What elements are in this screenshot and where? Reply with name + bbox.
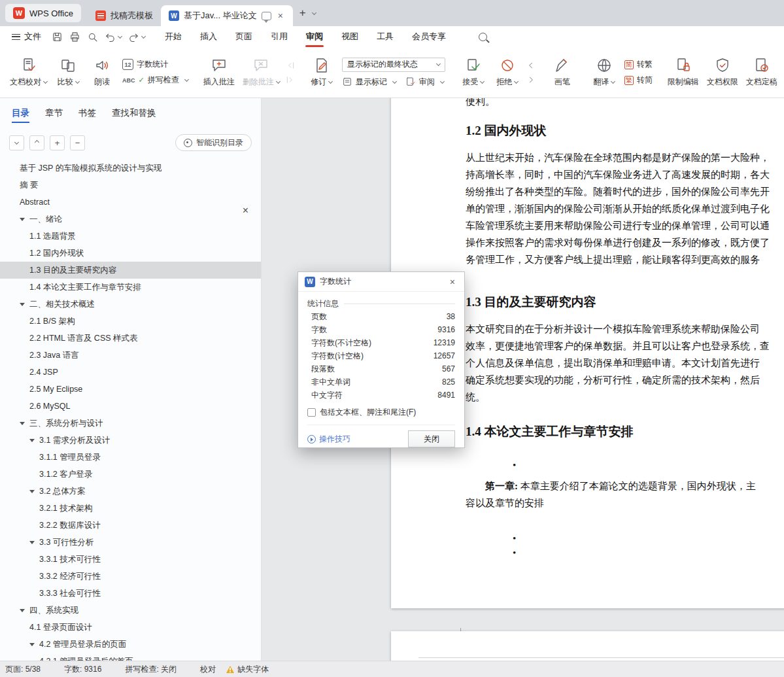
ribbon-tab[interactable]: 审阅 <box>297 26 332 47</box>
next-change-icon[interactable] <box>526 75 536 84</box>
word-count-indicator[interactable]: 字数: 9316 <box>64 664 101 675</box>
redo-button[interactable] <box>128 31 145 43</box>
toc-item[interactable]: 4.2 管理员登录后的页面 <box>0 636 261 653</box>
print-button[interactable] <box>69 31 80 43</box>
ribbon-tab[interactable]: 开始 <box>156 26 191 47</box>
toc-item[interactable]: 3.1.2 客户登录 <box>0 466 261 483</box>
toc-item[interactable]: 4.2.1 管理员登录后的首页 <box>0 653 261 661</box>
compare-button[interactable]: 比较 <box>52 52 84 94</box>
smart-toc-button[interactable]: 智能识别目录 <box>175 134 252 151</box>
sidebar-tab[interactable]: 目录 <box>12 105 29 122</box>
spell-check-button[interactable]: ABC ✓ 拼写检查 <box>122 75 188 86</box>
toc-item[interactable]: 3.3.3 社会可行性 <box>0 585 261 602</box>
toc-item[interactable]: 2.3 Java 语言 <box>0 347 261 364</box>
page-indicator[interactable]: 页面: 5/38 <box>5 664 41 675</box>
proofread-indicator[interactable]: 校对 <box>200 664 216 675</box>
toc-item[interactable]: 3.3.1 技术可行性 <box>0 551 261 568</box>
expand-arrow-icon[interactable] <box>29 643 35 646</box>
toc-item[interactable]: 3.1.1 管理员登录 <box>0 449 261 466</box>
toc-item[interactable]: 2.6 MySQL <box>0 398 261 415</box>
expand-arrow-icon[interactable] <box>20 303 25 306</box>
insert-comment-button[interactable]: 插入批注 <box>200 52 238 94</box>
undo-button[interactable] <box>105 31 122 43</box>
expand-arrow-icon[interactable] <box>29 490 35 493</box>
wps-home-button[interactable]: W WPS Office <box>5 4 81 22</box>
expand-arrow-icon[interactable] <box>29 541 35 544</box>
chevron-down-icon[interactable] <box>312 10 316 14</box>
expand-arrow-icon[interactable] <box>20 218 25 221</box>
tips-link[interactable]: 操作技巧 <box>307 434 350 445</box>
doc-proofread-button[interactable]: 文档校对 <box>7 52 50 94</box>
sidebar-tab[interactable]: 章节 <box>45 105 63 122</box>
ribbon-tab[interactable]: 页面 <box>226 26 262 47</box>
zoom-in-button[interactable]: + <box>50 135 65 150</box>
close-tab-icon[interactable]: × <box>276 10 285 22</box>
close-button[interactable]: 关闭 <box>408 430 455 447</box>
expand-arrow-icon[interactable] <box>20 609 25 612</box>
new-tab-button[interactable]: + <box>299 7 316 20</box>
review-menu-button[interactable]: 审阅 <box>405 77 444 88</box>
toc-item[interactable]: 1.1 选题背景 <box>0 228 261 245</box>
reject-change-button[interactable]: 拒绝 <box>491 52 524 94</box>
ribbon-tab[interactable]: 会员专享 <box>403 26 455 47</box>
toc-item[interactable]: 1.3 目的及主要研究内容 <box>0 262 261 279</box>
sidebar-tab[interactable]: 书签 <box>78 105 96 122</box>
file-menu-button[interactable]: 文件 <box>8 31 45 43</box>
previous-change-icon[interactable] <box>526 61 536 70</box>
comment-bubble-icon[interactable] <box>262 12 271 20</box>
toc-item[interactable]: 2.2 HTML 语言及 CSS 样式表 <box>0 330 261 347</box>
markup-state-select[interactable]: 显示标记的最终状态 <box>342 58 445 72</box>
close-dialog-icon[interactable]: × <box>447 275 458 288</box>
close-sidebar-icon[interactable]: × <box>241 204 250 217</box>
search-icon[interactable] <box>479 33 487 41</box>
show-markup-button[interactable]: 显示标记 <box>342 77 396 88</box>
chevron-down-icon[interactable] <box>118 33 122 38</box>
save-button[interactable] <box>52 31 63 43</box>
toc-item[interactable]: 3.1 需求分析及设计 <box>0 432 261 449</box>
simplified-to-traditional-button[interactable]: 简 转繁 <box>624 59 653 70</box>
toc-item[interactable]: 4.1 登录页面设计 <box>0 619 261 636</box>
chevron-down-icon[interactable] <box>141 33 146 38</box>
restrict-editing-button[interactable]: 限制编辑 <box>664 52 702 94</box>
sidebar-tab[interactable]: 查找和替换 <box>112 105 156 122</box>
ribbon-tab[interactable]: 工具 <box>367 26 403 47</box>
preview-button[interactable] <box>87 31 98 43</box>
collapse-all-button[interactable] <box>29 135 44 150</box>
toc-item[interactable]: 三、系统分析与设计 <box>0 415 261 432</box>
translate-button[interactable]: 翻译 <box>588 52 621 94</box>
toc-item[interactable]: 一、绪论 <box>0 211 261 228</box>
toc-item[interactable]: 3.2 总体方案 <box>0 483 261 500</box>
toc-item[interactable]: 2.1 B/S 架构 <box>0 313 261 330</box>
track-changes-button[interactable]: 修订 <box>305 52 338 94</box>
toc-item[interactable]: Abstract <box>0 194 261 211</box>
document-page-6[interactable] <box>391 631 784 661</box>
spellcheck-indicator[interactable]: 拼写检查: 关闭 <box>125 664 177 675</box>
tab-thesis-document[interactable]: W 基于Jav... 毕业论文 × <box>161 5 293 26</box>
toc-item[interactable]: 2.5 My Eclipse <box>0 381 261 398</box>
dialog-titlebar[interactable]: W 字数统计 × <box>298 272 464 292</box>
ribbon-tab[interactable]: 引用 <box>262 26 297 47</box>
toc-item[interactable]: 二、相关技术概述 <box>0 296 261 313</box>
accept-change-button[interactable]: 接受 <box>457 52 490 94</box>
toc-item[interactable]: 1.4 本论文主要工作与章节安排 <box>0 279 261 296</box>
toc-item[interactable]: 1.2 国内外现状 <box>0 245 261 262</box>
ink-pen-button[interactable]: 画笔 <box>546 52 579 94</box>
expand-arrow-icon[interactable] <box>20 422 25 425</box>
expand-all-button[interactable] <box>9 135 24 150</box>
include-textbox-option[interactable]: 包括文本框、脚注和尾注(F) <box>307 407 455 418</box>
toc-item[interactable]: 2.4 JSP <box>0 364 261 381</box>
word-count-button[interactable]: 12 字数统计 <box>122 59 188 70</box>
checkbox-unchecked[interactable] <box>307 408 316 417</box>
traditional-to-simplified-button[interactable]: 繁 转简 <box>624 75 653 86</box>
expand-arrow-icon[interactable] <box>29 439 35 442</box>
toc-item[interactable]: 3.3.2 经济可行性 <box>0 568 261 585</box>
doc-permission-button[interactable]: 文档权限 <box>704 52 741 94</box>
ribbon-tab[interactable]: 视图 <box>332 26 367 47</box>
ribbon-tab[interactable]: 插入 <box>191 26 226 47</box>
toc-item[interactable]: 摘 要 <box>0 177 261 194</box>
zoom-out-button[interactable]: − <box>70 135 85 150</box>
toc-item[interactable]: 3.2.1 技术架构 <box>0 500 261 517</box>
read-aloud-button[interactable]: 朗读 <box>86 52 118 94</box>
toc-item[interactable]: 四、系统实现 <box>0 602 261 619</box>
toc-item[interactable]: 3.3 可行性分析 <box>0 534 261 551</box>
